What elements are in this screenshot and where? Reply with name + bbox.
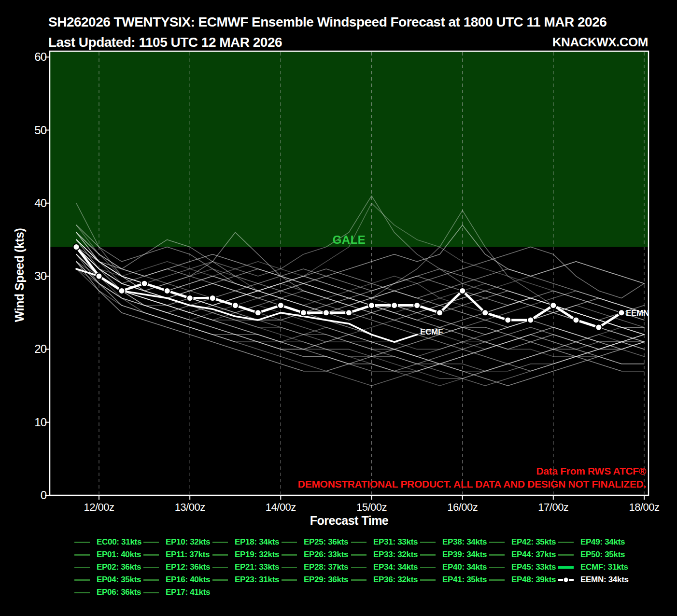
legend-label: EP41: 35kts: [442, 575, 487, 585]
x-tick-label-15/00z: 15/00z: [345, 501, 398, 514]
eemn-point: [346, 309, 352, 316]
legend-member-swatch-icon: [74, 579, 90, 581]
eemn-point: [255, 309, 261, 316]
x-tick-label-17/00z: 17/00z: [527, 501, 580, 514]
legend-entry-EP49: EP49: 34kts: [558, 537, 625, 547]
legend-label: EP49: 34kts: [580, 537, 625, 547]
legend-member-swatch-icon: [282, 579, 297, 581]
legend-label: EP34: 34kts: [373, 562, 418, 572]
legend-label: EP12: 36kts: [166, 562, 210, 572]
legend-entry-EP29: EP29: 36kts: [282, 574, 348, 585]
legend-entry-EP16: EP16: 40kts: [143, 574, 210, 585]
legend-label: EP40: 34kts: [442, 562, 487, 572]
legend-member-swatch-icon: [351, 579, 367, 581]
gale-zone-label: GALE: [50, 233, 649, 247]
ensemble-member-line-EP12: [76, 232, 644, 349]
eemn-point: [482, 309, 488, 316]
legend-entry-EP18: EP18: 34kts: [212, 537, 279, 547]
legend-member-swatch-icon: [282, 554, 297, 556]
legend-entry-EC00: EC00: 31kts: [74, 537, 141, 547]
legend-member-swatch-icon: [212, 567, 228, 568]
ensemble-member-line-EP26: [76, 254, 644, 371]
legend-member-swatch-icon: [351, 567, 367, 568]
legend-member-swatch-icon: [74, 592, 90, 593]
legend-label: EP33: 32kts: [373, 550, 418, 560]
legend-label: EP45: 33kts: [511, 562, 556, 572]
eemn-point: [459, 288, 465, 294]
eemn-point: [573, 317, 579, 323]
page-title: SH262026 TWENTYSIX: ECMWF Ensemble Winds…: [48, 14, 606, 30]
legend-member-swatch-icon: [143, 592, 159, 593]
legend-entry-ECMF: ECMF: 31kts: [558, 562, 628, 573]
windspeed-chart-svg: [50, 51, 649, 495]
legend-entry-EP50: EP50: 35kts: [558, 549, 625, 560]
legend-entry-EP02: EP02: 36kts: [74, 562, 141, 573]
legend-member-swatch-icon: [558, 542, 574, 543]
eemn-point: [368, 302, 375, 308]
legend-entry-EP39: EP39: 34kts: [420, 549, 487, 560]
legend-member-swatch-icon: [143, 542, 159, 543]
legend-label: EP11: 37kts: [166, 550, 210, 560]
x-tick-label-14/00z: 14/00z: [254, 501, 307, 514]
x-tick-label-12/00z: 12/00z: [72, 501, 126, 514]
eemn-point: [505, 317, 511, 323]
legend-member-swatch-icon: [74, 567, 90, 568]
legend-label: EP01: 40kts: [97, 550, 141, 560]
legend-label: EP26: 33kts: [304, 550, 348, 560]
eemn-point: [414, 302, 420, 308]
ecmf-line-label: ECMF: [420, 327, 443, 337]
eemn-point: [278, 302, 284, 308]
legend-eemn-swatch-icon: [558, 577, 574, 583]
legend-label: EP38: 34kts: [442, 537, 487, 547]
legend-entry-EP40: EP40: 34kts: [420, 562, 487, 573]
gale-zone: [50, 51, 649, 247]
legend-label: EP10: 32kts: [166, 537, 210, 547]
eemn-point: [232, 302, 239, 308]
legend-member-swatch-icon: [143, 554, 159, 556]
legend-entry-EP23: EP23: 31kts: [212, 574, 279, 585]
legend-member-swatch-icon: [212, 542, 228, 543]
legend-member-swatch-icon: [74, 542, 90, 543]
legend-entry-EP06: EP06: 36kts: [74, 587, 141, 598]
x-tick-label-16/00z: 16/00z: [436, 501, 489, 514]
disclaimer-watermark: DEMONSTRATIONAL PRODUCT. ALL DATA AND DE…: [298, 478, 646, 490]
x-axis-title: Forecast Time: [50, 514, 649, 528]
legend-member-swatch-icon: [351, 542, 367, 543]
legend-member-swatch-icon: [420, 579, 436, 581]
x-tick-label-18/00z: 18/00z: [618, 501, 671, 514]
legend-label: EP02: 36kts: [97, 562, 141, 572]
eemn-point: [187, 295, 193, 301]
legend-label: EP23: 31kts: [235, 575, 279, 585]
legend-entry-EEMN: EEMN: 34kts: [558, 574, 629, 585]
eemn-point: [437, 309, 443, 316]
forecast-graphic: SH262026 TWENTYSIX: ECMWF Ensemble Winds…: [0, 0, 677, 616]
eemn-point: [119, 288, 125, 294]
legend-entry-EP45: EP45: 33kts: [489, 562, 556, 573]
legend-entry-EP01: EP01: 40kts: [74, 549, 141, 560]
legend-label: EP50: 35kts: [580, 550, 625, 560]
legend-entry-EP28: EP28: 37kts: [282, 562, 348, 573]
eemn-point: [527, 317, 534, 323]
legend-entry-EP31: EP31: 33kts: [351, 537, 418, 547]
legend-label: EP31: 33kts: [373, 537, 418, 547]
legend-entry-EP19: EP19: 32kts: [212, 549, 279, 560]
legend-member-swatch-icon: [212, 579, 228, 581]
eemn-point: [619, 309, 625, 316]
legend-label: EP19: 32kts: [235, 550, 279, 560]
legend-entry-EP21: EP21: 33kts: [212, 562, 279, 573]
legend-label: EP44: 37kts: [511, 550, 556, 560]
legend-label: EP25: 36kts: [304, 537, 348, 547]
eemn-point: [550, 302, 556, 308]
legend-label: EP42: 35kts: [511, 537, 556, 547]
eemn-point: [96, 273, 102, 280]
legend-entry-EP48: EP48: 39kts: [489, 574, 556, 585]
legend-label: EP16: 40kts: [166, 575, 210, 585]
legend-member-swatch-icon: [74, 554, 90, 556]
eemn-point: [164, 288, 170, 294]
legend-label: EP39: 34kts: [442, 550, 487, 560]
y-tick-label-0: 0: [17, 489, 46, 502]
legend-label: EC00: 31kts: [97, 537, 141, 547]
legend-entry-EP04: EP04: 35kts: [74, 574, 141, 585]
windspeed-chart: [50, 51, 649, 495]
eemn-point: [595, 324, 602, 331]
